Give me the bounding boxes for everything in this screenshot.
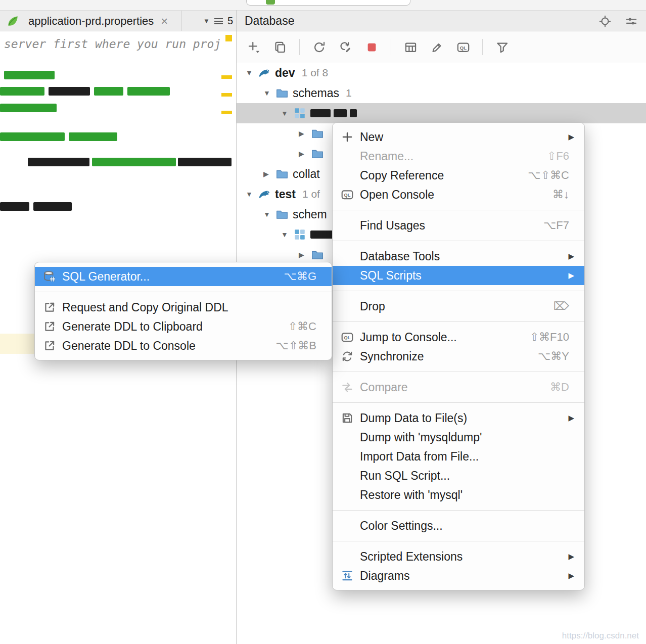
schema-icon <box>293 107 306 120</box>
tree-row-schemas[interactable]: ▼schemas1 <box>237 83 646 103</box>
menu-separator <box>333 321 584 322</box>
chevron-down-icon[interactable]: ▼ <box>263 89 275 97</box>
toolbar-separator <box>299 39 300 55</box>
chevron-right-icon[interactable]: ▶ <box>263 170 275 178</box>
menu-item-label: Find Usages <box>360 219 533 233</box>
table-icon[interactable] <box>401 38 420 56</box>
menu-item-jump-to-console[interactable]: QLJump to Console...⇧⌘F10 <box>333 328 584 347</box>
menu-item-sql-scripts[interactable]: SQL Scripts▶ <box>333 266 584 285</box>
icon-placeholder <box>341 250 356 263</box>
icon-placeholder <box>341 300 356 313</box>
menu-item-find-usages[interactable]: Find Usages⌥F7 <box>333 216 584 235</box>
scrollbar-warning-marker[interactable] <box>221 93 232 97</box>
menu-item-compare[interactable]: Compare⌘D <box>333 378 584 397</box>
chevron-down-icon[interactable]: ▼ <box>281 231 293 239</box>
console-icon[interactable]: QL <box>454 38 472 56</box>
svg-text:QL: QL <box>459 44 466 50</box>
redacted-text <box>0 132 65 141</box>
menu-item-copy-reference[interactable]: Copy Reference⌥⇧⌘C <box>333 166 584 185</box>
submenu-arrow-icon: ▶ <box>566 571 574 580</box>
toolbar-separator <box>391 39 391 55</box>
menu-item-new[interactable]: New▶ <box>333 127 584 147</box>
menu-item-drop[interactable]: Drop⌦ <box>333 297 584 316</box>
submenu-arrow-icon: ▶ <box>566 271 574 280</box>
tree-item-label: schemas <box>293 86 339 100</box>
icon-placeholder <box>341 219 356 233</box>
chevron-down-icon[interactable]: ▼ <box>203 17 210 25</box>
icon-placeholder <box>341 469 356 483</box>
locate-icon[interactable] <box>597 14 613 29</box>
view-options-icon[interactable] <box>624 14 639 29</box>
menu-item-generate-ddl-to-console[interactable]: Generate DDL to Console⌥⇧⌘B <box>35 336 332 355</box>
ddl-icon <box>43 320 58 334</box>
add-icon[interactable] <box>245 38 263 56</box>
menu-item-database-tools[interactable]: Database Tools▶ <box>333 247 584 266</box>
refresh-icon[interactable] <box>310 38 328 56</box>
svg-text:QL: QL <box>344 193 351 198</box>
chevron-down-icon[interactable]: ▼ <box>263 210 275 218</box>
tree-item-label: test <box>275 188 296 201</box>
chevron-right-icon[interactable]: ▶ <box>299 129 311 137</box>
menu-item-scripted-extensions[interactable]: Scripted Extensions▶ <box>333 547 584 566</box>
scrollbar-warning-marker[interactable] <box>225 35 232 41</box>
context-menu: New▶Rename...⇧F6Copy Reference⌥⇧⌘CQLOpen… <box>332 122 585 590</box>
chevron-down-icon[interactable]: ▼ <box>281 109 293 117</box>
tree-row[interactable]: ▼ <box>237 103 646 123</box>
menu-item-diagrams[interactable]: Diagrams▶ <box>333 566 584 585</box>
menu-separator <box>35 292 332 292</box>
menu-item-label: Dump Data to File(s) <box>360 411 558 425</box>
menu-item-label: Generate DDL to Clipboard <box>62 320 278 334</box>
chevron-right-icon[interactable]: ▶ <box>299 150 311 158</box>
compare-icon <box>341 381 356 394</box>
tree-row-dev[interactable]: ▼dev1 of 8 <box>237 63 646 83</box>
menu-item-shortcut: ⇧⌘C <box>288 320 316 333</box>
menu-item-open-console[interactable]: QLOpen Console⌘↓ <box>333 185 584 204</box>
sync-icon <box>341 350 356 363</box>
submenu-arrow-icon: ▶ <box>566 552 574 561</box>
redacted-text <box>0 202 29 211</box>
editor-tab[interactable]: application-prd.properties × <box>0 11 182 31</box>
menu-item-label: Synchronize <box>360 350 528 363</box>
hidden-tabs-icon[interactable] <box>214 18 223 24</box>
menu-item-synchronize[interactable]: Synchronize⌥⌘Y <box>333 347 584 366</box>
chevron-down-icon[interactable]: ▼ <box>246 69 258 77</box>
menu-item-label: Database Tools <box>360 250 558 263</box>
menu-item-label: SQL Scripts <box>360 269 558 283</box>
menu-item-generate-ddl-to-clipboard[interactable]: Generate DDL to Clipboard⇧⌘C <box>35 317 332 336</box>
menu-item-label: Jump to Console... <box>360 331 520 344</box>
menu-item-restore-with-mysql[interactable]: Restore with 'mysql' <box>333 485 584 504</box>
menu-item-color-settings[interactable]: Color Settings... <box>333 516 584 535</box>
menu-item-rename[interactable]: Rename...⇧F6 <box>333 147 584 166</box>
edit-icon[interactable] <box>428 38 446 56</box>
redacted-text <box>92 158 176 166</box>
chevron-right-icon[interactable]: ▶ <box>299 251 311 259</box>
stop-icon[interactable] <box>362 38 381 56</box>
diagram-icon <box>341 569 356 583</box>
duplicate-icon[interactable] <box>271 38 289 56</box>
sync-edit-icon[interactable] <box>336 38 354 56</box>
scrollbar-warning-marker[interactable] <box>221 111 232 114</box>
app-window: application-prd.properties × ▼ 5 server … <box>0 0 646 644</box>
menu-item-run-sql-script[interactable]: Run SQL Script... <box>333 466 584 485</box>
console-icon: QL <box>341 331 356 344</box>
close-icon[interactable]: × <box>161 14 168 28</box>
icon-placeholder <box>341 519 356 533</box>
menu-item-label: Run SQL Script... <box>360 469 574 483</box>
spring-leaf-icon <box>266 0 275 5</box>
menu-separator <box>333 402 584 403</box>
chevron-down-icon[interactable]: ▼ <box>246 190 258 198</box>
filter-icon[interactable] <box>493 38 511 56</box>
menu-item-dump-with-mysqldump[interactable]: Dump with 'mysqldump' <box>333 428 584 447</box>
menu-item-dump-data-to-file-s[interactable]: Dump Data to File(s)▶ <box>333 408 584 428</box>
folder-icon <box>311 147 324 160</box>
menu-item-label: SQL Generator... <box>62 270 274 284</box>
menu-item-import-data-from-file[interactable]: Import Data from File... <box>333 447 584 466</box>
menu-item-label: Diagrams <box>360 569 558 583</box>
scrollbar-warning-marker[interactable] <box>221 75 232 79</box>
tree-item-label: schem <box>293 208 327 221</box>
menu-item-request-and-copy-original-ddl[interactable]: Request and Copy Original DDL <box>35 298 332 317</box>
menu-item-shortcut: ⌥⇧⌘C <box>528 169 569 182</box>
menu-item-shortcut: ⌘D <box>550 381 569 394</box>
menu-item-label: New <box>360 130 558 144</box>
menu-item-sql-generator[interactable]: SQL Generator...⌥⌘G <box>35 267 332 286</box>
